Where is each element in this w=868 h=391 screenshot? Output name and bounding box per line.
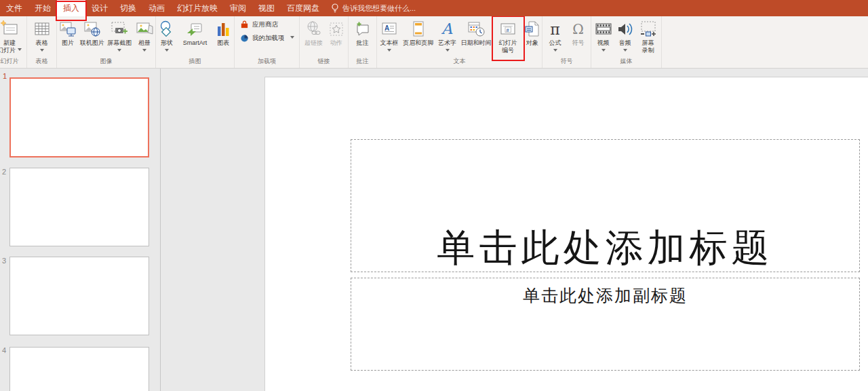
text-box-icon: A: [380, 19, 399, 39]
date-time-button[interactable]: 日期和时间: [459, 18, 493, 57]
slide-number-icon: #: [498, 19, 517, 39]
ribbon-group-addins: 应用商店 我的加载项 加载项: [235, 16, 300, 68]
table-icon: [33, 19, 52, 39]
hyperlink-button: 超链接: [302, 18, 326, 57]
online-pictures-icon: [83, 19, 102, 39]
ribbon-group-table: 表格 表格: [27, 16, 57, 68]
tab-insert[interactable]: 插入: [57, 0, 85, 16]
slide-thumbnail-1[interactable]: [9, 77, 149, 157]
shapes-button[interactable]: 形状: [156, 18, 178, 57]
new-slide-button[interactable]: 新建 幻灯片: [0, 18, 25, 57]
group-label-comments: 批注: [349, 57, 376, 66]
group-label-media: 媒体: [591, 57, 661, 66]
tab-design[interactable]: 设计: [85, 0, 114, 16]
svg-text:A: A: [441, 20, 453, 37]
smartart-icon: [185, 19, 204, 39]
action-icon: [327, 19, 346, 39]
lightbulb-icon: [331, 3, 339, 13]
picture-button[interactable]: 图片: [57, 18, 79, 57]
store-icon: [240, 20, 249, 29]
ribbon-group-symbols: π 公式 Ω 符号 符号: [542, 16, 591, 68]
chart-icon: [214, 19, 233, 39]
slide-thumbnail-4[interactable]: [9, 347, 149, 391]
tab-baidu-netdisk[interactable]: 百度网盘: [281, 0, 326, 16]
store-button[interactable]: 应用商店: [240, 20, 295, 29]
tell-me-box[interactable]: 告诉我您想要做什么...: [331, 0, 416, 16]
photo-album-button[interactable]: 相册: [134, 18, 155, 57]
chart-button[interactable]: 图表: [212, 18, 234, 57]
tab-animations[interactable]: 动画: [142, 0, 171, 16]
slide-number-label: 3: [2, 257, 6, 265]
photo-album-icon: [135, 19, 154, 39]
online-pictures-button[interactable]: 联机图片: [79, 18, 106, 57]
tab-transitions[interactable]: 切换: [114, 0, 142, 16]
group-label-slides: 幻灯片: [0, 57, 26, 66]
dropdown-arrow-icon: [18, 48, 22, 53]
ribbon-group-media: 视频 音频 屏幕 录制 媒体: [591, 16, 662, 68]
object-button[interactable]: 对象: [523, 18, 542, 57]
slide-number-button[interactable]: # 幻灯片 编号: [493, 18, 523, 57]
tab-slideshow[interactable]: 幻灯片放映: [171, 0, 224, 16]
new-slide-icon: [0, 19, 19, 39]
ribbon-group-images: 图片 联机图片 屏幕截图: [57, 16, 156, 68]
dropdown-arrow-icon: [142, 49, 146, 54]
dropdown-arrow-icon: [290, 36, 294, 41]
dropdown-arrow-icon: [623, 49, 627, 54]
ribbon-group-links: 超链接 动作 链接: [300, 16, 349, 68]
shapes-icon: [157, 19, 176, 39]
my-addins-button[interactable]: 我的加载项: [240, 34, 295, 43]
wordart-icon: A: [438, 19, 457, 39]
text-box-button[interactable]: A 文本框: [377, 18, 401, 57]
comment-icon: [353, 19, 372, 39]
subtitle-placeholder-text: 单击此处添加副标题: [523, 278, 688, 307]
group-label-table: 表格: [27, 57, 56, 66]
slide-thumbnail-2[interactable]: [9, 168, 149, 246]
slide-canvas[interactable]: 单击此处添加标题 单击此处添加副标题: [264, 77, 868, 391]
screenshot-button[interactable]: 屏幕截图: [106, 18, 134, 57]
symbol-omega-icon: Ω: [572, 19, 584, 39]
ribbon-group-text: A 文本框 页眉和页脚 A 艺术字: [377, 16, 542, 68]
date-time-icon: [467, 19, 486, 39]
tab-home[interactable]: 开始: [28, 0, 57, 16]
screen-recording-button[interactable]: 屏幕 录制: [636, 18, 660, 57]
tab-review[interactable]: 审阅: [224, 0, 252, 16]
slide-number-label: 2: [2, 168, 6, 176]
smartart-button[interactable]: SmartArt: [178, 18, 213, 57]
powerpoint-window: 文件 开始 插入 设计 切换 动画 幻灯片放映 审阅 视图 百度网盘 告诉我您想…: [0, 0, 868, 391]
dropdown-arrow-icon: [40, 49, 44, 54]
header-footer-icon: [409, 19, 428, 39]
ribbon-insert: 新建 幻灯片 幻灯片 表格 表格: [0, 16, 868, 69]
group-label-text: 文本: [377, 57, 542, 66]
title-placeholder-text: 单击此处添加标题: [437, 227, 774, 272]
object-icon: [523, 19, 542, 39]
dropdown-arrow-icon: [601, 49, 606, 54]
tab-view[interactable]: 视图: [252, 0, 281, 16]
table-button[interactable]: 表格: [28, 18, 56, 57]
subtitle-placeholder[interactable]: 单击此处添加副标题: [351, 278, 860, 371]
screen-recording-icon: [639, 19, 658, 39]
symbol-button[interactable]: Ω 符号: [567, 18, 590, 57]
ribbon-tab-bar: 文件 开始 插入 设计 切换 动画 幻灯片放映 审阅 视图 百度网盘 告诉我您想…: [0, 0, 868, 16]
tab-file[interactable]: 文件: [0, 0, 28, 16]
wordart-button[interactable]: A 艺术字: [435, 18, 460, 57]
slide-thumbnail-panel: 1 2 3 4: [0, 69, 161, 391]
slide-number-label: 4: [2, 346, 6, 354]
tell-me-label: 告诉我您想要做什么...: [342, 3, 416, 14]
screenshot-icon: [110, 19, 129, 39]
dropdown-arrow-icon: [165, 49, 169, 54]
hyperlink-icon: [304, 19, 323, 39]
slide-thumbnail-3[interactable]: [9, 257, 149, 335]
action-button: 动作: [326, 18, 347, 57]
title-placeholder[interactable]: 单击此处添加标题: [351, 139, 860, 272]
group-label-links: 链接: [300, 57, 348, 66]
audio-button[interactable]: 音频: [614, 18, 636, 57]
dropdown-arrow-icon: [553, 49, 557, 54]
equation-button[interactable]: π 公式: [544, 18, 567, 57]
ribbon-group-illustrations: 形状 SmartArt 图表 插图: [156, 16, 235, 68]
slide-number-label: 1: [3, 72, 7, 80]
dropdown-arrow-icon: [387, 49, 391, 54]
header-footer-button[interactable]: 页眉和页脚: [401, 18, 435, 57]
video-button[interactable]: 视频: [593, 18, 614, 57]
comment-button[interactable]: 批注: [351, 18, 374, 57]
my-addins-icon: [240, 34, 249, 43]
